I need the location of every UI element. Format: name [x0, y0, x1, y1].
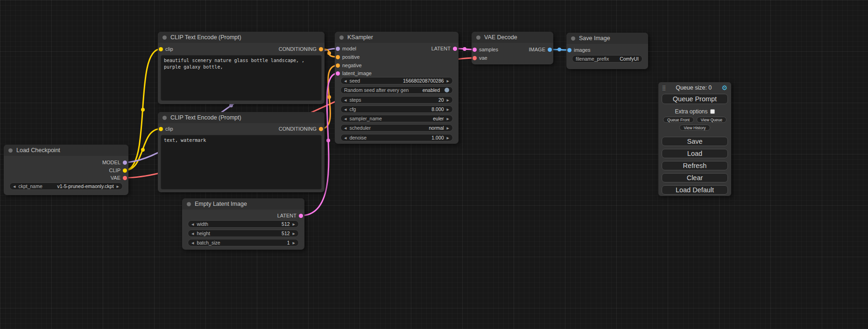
collapse-dot[interactable]: [8, 148, 13, 153]
widget-denoise[interactable]: ◀ denoise 1.000 ▶: [340, 134, 453, 141]
drag-handle-icon[interactable]: ⣿: [662, 85, 666, 91]
decrement-arrow-icon[interactable]: ◀: [344, 108, 346, 111]
node-vae-decode[interactable]: VAE Decode samples IMAGE vae: [472, 32, 553, 64]
clear-button[interactable]: Clear: [662, 173, 728, 182]
collapse-dot[interactable]: [339, 35, 344, 40]
node-title-bar[interactable]: CLIP Text Encode (Prompt): [158, 32, 325, 43]
load-button[interactable]: Load: [662, 149, 728, 158]
widget-random-seed-toggle[interactable]: Random seed after every gen enabled: [340, 86, 453, 94]
queue-front-button[interactable]: Queue Front: [663, 117, 694, 123]
input-dot-images[interactable]: [567, 48, 572, 52]
input-dot-latent-image[interactable]: [336, 71, 340, 76]
decrement-arrow-icon[interactable]: ◀: [344, 79, 346, 83]
load-default-button[interactable]: Load Default: [662, 185, 728, 195]
collapse-dot[interactable]: [476, 35, 480, 40]
output-dot-model[interactable]: [123, 161, 127, 165]
collapse-dot[interactable]: [187, 202, 191, 206]
decrement-arrow-icon[interactable]: ◀: [344, 136, 346, 140]
extra-options-checkbox[interactable]: [710, 109, 715, 114]
decrement-arrow-icon[interactable]: ◀: [191, 241, 194, 245]
node-title-bar[interactable]: KSampler: [335, 32, 459, 43]
collapse-dot[interactable]: [162, 116, 167, 120]
increment-arrow-icon[interactable]: ▶: [447, 98, 449, 102]
widget-value: ComfyUI: [620, 56, 639, 62]
increment-arrow-icon[interactable]: ▶: [117, 185, 119, 188]
output-dot-latent[interactable]: [299, 214, 303, 218]
node-title: CLIP Text Encode (Prompt): [170, 34, 241, 41]
increment-arrow-icon[interactable]: ▶: [293, 241, 295, 245]
output-slot-latent: LATENT: [237, 212, 304, 219]
node-empty-latent-image[interactable]: Empty Latent Image LATENT ◀ width 512 ▶ …: [182, 198, 304, 250]
node-clip-text-encode-positive[interactable]: CLIP Text Encode (Prompt) clip CONDITION…: [158, 32, 325, 104]
output-dot-vae[interactable]: [123, 176, 127, 180]
node-title: CLIP Text Encode (Prompt): [170, 114, 241, 121]
increment-arrow-icon[interactable]: ▶: [293, 223, 295, 226]
widget-label: cfg: [349, 106, 356, 112]
node-title-bar[interactable]: CLIP Text Encode (Prompt): [158, 112, 325, 123]
output-slot-conditioning: CONDITIONING: [233, 125, 325, 133]
toggle-dot[interactable]: [445, 88, 449, 92]
input-dot-positive[interactable]: [336, 55, 340, 59]
node-title-bar[interactable]: VAE Decode: [472, 32, 553, 43]
widget-label: sampler_name: [349, 116, 381, 121]
widget-seed[interactable]: ◀ seed 156680208700286 ▶: [340, 77, 453, 84]
widget-width[interactable]: ◀ width 512 ▶: [188, 220, 299, 228]
save-button[interactable]: Save: [662, 137, 728, 146]
view-history-button[interactable]: View History: [679, 125, 710, 131]
collapse-dot[interactable]: [571, 36, 575, 41]
input-dot-vae[interactable]: [473, 56, 477, 60]
output-dot-image[interactable]: [548, 48, 552, 52]
decrement-arrow-icon[interactable]: ◀: [344, 126, 346, 130]
input-dot-clip[interactable]: [159, 47, 163, 51]
collapse-dot[interactable]: [162, 35, 167, 40]
queue-prompt-button[interactable]: Queue Prompt: [662, 94, 728, 104]
slot-label: latent_image: [342, 70, 372, 76]
widget-cfg[interactable]: ◀ cfg 8.000 ▶: [340, 105, 453, 113]
input-dot-negative[interactable]: [336, 63, 340, 68]
input-dot-model[interactable]: [336, 47, 340, 51]
increment-arrow-icon[interactable]: ▶: [447, 108, 449, 111]
node-title-bar[interactable]: Load Checkpoint: [4, 145, 128, 156]
increment-arrow-icon[interactable]: ▶: [447, 117, 449, 120]
node-save-image[interactable]: Save Image images filename_prefix ComfyU…: [566, 33, 648, 69]
widget-batch-size[interactable]: ◀ batch_size 1 ▶: [188, 239, 299, 246]
output-dot-conditioning[interactable]: [319, 127, 323, 131]
node-title-bar[interactable]: Empty Latent Image: [182, 198, 304, 210]
widget-scheduler[interactable]: ◀ scheduler normal ▶: [340, 124, 453, 132]
settings-gear-icon[interactable]: ⚙: [721, 84, 727, 91]
decrement-arrow-icon[interactable]: ◀: [191, 223, 194, 226]
node-title-bar[interactable]: Save Image: [566, 33, 648, 44]
refresh-button[interactable]: Refresh: [662, 161, 728, 170]
widget-filename-prefix[interactable]: filename_prefix ComfyUI: [572, 55, 642, 63]
widget-sampler-name[interactable]: ◀ sampler_name euler ▶: [340, 115, 453, 122]
negative-prompt-textarea[interactable]: text, watermark: [161, 135, 322, 189]
decrement-arrow-icon[interactable]: ◀: [344, 98, 346, 102]
increment-arrow-icon[interactable]: ▶: [447, 79, 449, 83]
node-ksampler[interactable]: KSampler model LATENT positive negative …: [335, 32, 459, 144]
widget-ckpt-name[interactable]: ◀ ckpt_name v1-5-pruned-emaonly.ckpt ▶: [9, 182, 123, 190]
node-graph-canvas[interactable]: Load Checkpoint MODEL CLIP VAE ◀ ckpt_na…: [0, 0, 868, 329]
widget-steps[interactable]: ◀ steps 20 ▶: [340, 96, 453, 104]
increment-arrow-icon[interactable]: ▶: [447, 136, 449, 140]
view-queue-button[interactable]: View Queue: [697, 117, 727, 123]
decrement-arrow-icon[interactable]: ◀: [191, 232, 194, 235]
output-slot-conditioning: CONDITIONING: [233, 45, 325, 53]
input-dot-clip[interactable]: [159, 127, 163, 131]
increment-arrow-icon[interactable]: ▶: [447, 126, 449, 130]
input-dot-samples[interactable]: [473, 48, 477, 52]
node-title: Save Image: [579, 35, 610, 42]
slot-label: negative: [342, 63, 362, 68]
output-slot-vae: VAE: [60, 174, 128, 182]
positive-prompt-textarea[interactable]: beautiful scenery nature glass bottle la…: [161, 55, 322, 101]
widget-height[interactable]: ◀ height 512 ▶: [188, 230, 299, 237]
increment-arrow-icon[interactable]: ▶: [293, 232, 295, 235]
decrement-arrow-icon[interactable]: ◀: [13, 185, 15, 188]
output-dot-clip[interactable]: [123, 168, 127, 173]
slot-label: positive: [342, 54, 360, 60]
decrement-arrow-icon[interactable]: ◀: [344, 117, 346, 120]
node-clip-text-encode-negative[interactable]: CLIP Text Encode (Prompt) clip CONDITION…: [158, 112, 325, 192]
output-dot-conditioning[interactable]: [319, 47, 323, 51]
output-dot-latent[interactable]: [453, 47, 457, 51]
wire-midpoint-dot: [327, 51, 331, 55]
node-load-checkpoint[interactable]: Load Checkpoint MODEL CLIP VAE ◀ ckpt_na…: [4, 145, 128, 195]
